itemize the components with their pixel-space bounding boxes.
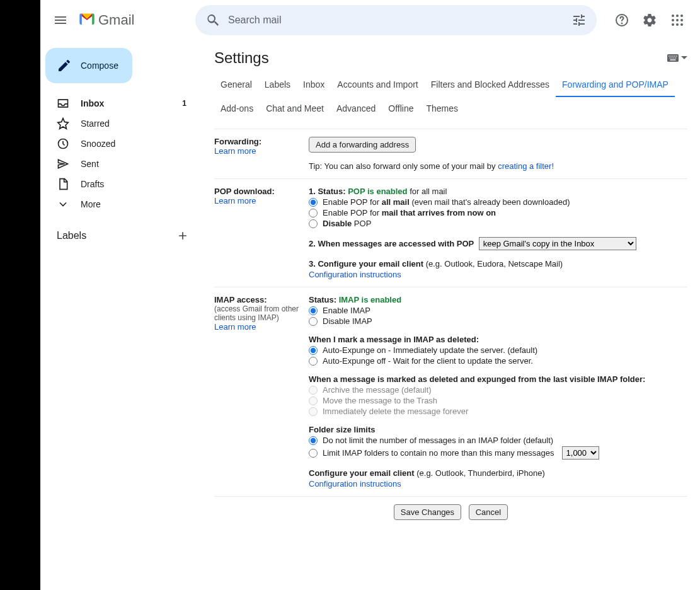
folder-limit-select[interactable]: 1,000 bbox=[562, 446, 599, 460]
compose-label: Compose bbox=[81, 61, 118, 71]
svg-point-1 bbox=[622, 23, 623, 24]
tab-forwarding-pop-imap[interactable]: Forwarding and POP/IMAP bbox=[556, 73, 675, 97]
plus-icon bbox=[176, 229, 189, 242]
settings-button[interactable] bbox=[637, 8, 662, 33]
auto-expunge-off-option[interactable]: Auto-Expunge off - Wait for the client t… bbox=[309, 356, 687, 366]
left-black-bar bbox=[0, 0, 40, 590]
imap-disable-radio[interactable] bbox=[309, 317, 318, 326]
pop-disable-radio[interactable] bbox=[309, 219, 318, 228]
pop-disable-option[interactable]: Disable POP bbox=[309, 219, 687, 228]
search-options-button[interactable] bbox=[566, 8, 592, 33]
tab-inbox[interactable]: Inbox bbox=[297, 73, 331, 97]
imap-config-instructions-link[interactable]: Configuration instructions bbox=[309, 479, 401, 489]
svg-point-6 bbox=[676, 19, 679, 21]
sidebar-item-label: Drafts bbox=[81, 179, 186, 189]
sidebar-item-starred[interactable]: Starred bbox=[40, 113, 194, 134]
search-input[interactable] bbox=[226, 14, 566, 26]
section-imap: IMAP access: (access Gmail from other cl… bbox=[214, 287, 687, 496]
svg-rect-15 bbox=[672, 55, 674, 57]
pop-learn-more-link[interactable]: Learn more bbox=[214, 196, 256, 205]
keyboard-icon bbox=[667, 54, 679, 62]
sidebar-item-label: Inbox bbox=[81, 98, 171, 108]
file-icon bbox=[57, 178, 69, 190]
tab-general[interactable]: General bbox=[214, 73, 258, 97]
tab-filters[interactable]: Filters and Blocked Addresses bbox=[425, 73, 556, 97]
inbox-count: 1 bbox=[182, 99, 186, 108]
add-forwarding-address-button[interactable]: Add a forwarding address bbox=[309, 137, 416, 153]
folder-limit-radio[interactable] bbox=[309, 449, 318, 458]
pop-enable-all-option[interactable]: Enable POP for all mail (even mail that'… bbox=[309, 197, 687, 207]
sidebar-item-inbox[interactable]: Inbox 1 bbox=[40, 93, 194, 113]
expunge-archive-radio bbox=[309, 386, 318, 395]
auto-expunge-off-radio[interactable] bbox=[309, 357, 318, 366]
tab-themes[interactable]: Themes bbox=[420, 97, 465, 121]
svg-rect-20 bbox=[674, 57, 675, 59]
compose-button[interactable]: Compose bbox=[45, 48, 132, 83]
svg-rect-12 bbox=[667, 54, 679, 62]
sidebar-item-snoozed[interactable]: Snoozed bbox=[40, 134, 194, 154]
svg-point-5 bbox=[672, 19, 674, 21]
auto-expunge-on-radio[interactable] bbox=[309, 346, 318, 355]
tab-addons[interactable]: Add-ons bbox=[214, 97, 260, 121]
sidebar-item-label: Starred bbox=[81, 119, 186, 129]
tab-chat-meet[interactable]: Chat and Meet bbox=[260, 97, 330, 121]
svg-point-3 bbox=[676, 14, 679, 17]
support-button[interactable] bbox=[609, 8, 634, 33]
pop-config-instructions-link[interactable]: Configuration instructions bbox=[309, 270, 401, 279]
input-tools-button[interactable] bbox=[667, 54, 687, 62]
imap-enable-option[interactable]: Enable IMAP bbox=[309, 306, 687, 315]
gear-icon bbox=[642, 13, 657, 28]
svg-point-4 bbox=[680, 14, 683, 17]
imap-disable-option[interactable]: Disable IMAP bbox=[309, 316, 687, 326]
imap-deleted-heading: When I mark a message in IMAP as deleted… bbox=[309, 335, 687, 344]
gmail-logo[interactable]: Gmail bbox=[76, 11, 189, 29]
pop-enable-all-radio[interactable] bbox=[309, 198, 318, 207]
save-changes-button[interactable]: Save Changes bbox=[394, 504, 461, 520]
folder-limit-option[interactable]: Limit IMAP folders to contain no more th… bbox=[309, 446, 687, 460]
sidebar-item-more[interactable]: More bbox=[40, 194, 194, 214]
settings-tabs-row1: General Labels Inbox Accounts and Import… bbox=[202, 73, 700, 97]
hamburger-icon bbox=[53, 13, 68, 28]
pop-enable-new-radio[interactable] bbox=[309, 209, 318, 217]
cancel-button[interactable]: Cancel bbox=[469, 504, 508, 520]
sidebar-item-sent[interactable]: Sent bbox=[40, 154, 194, 174]
imap-enable-radio[interactable] bbox=[309, 306, 318, 315]
auto-expunge-on-option[interactable]: Auto-Expunge on - Immediately update the… bbox=[309, 345, 687, 355]
pop-enable-new-option[interactable]: Enable POP for mail that arrives from no… bbox=[309, 208, 687, 217]
folder-no-limit-radio[interactable] bbox=[309, 436, 318, 445]
main-menu-button[interactable] bbox=[45, 5, 76, 35]
svg-point-10 bbox=[680, 23, 683, 26]
header: Gmail bbox=[40, 0, 700, 40]
star-icon bbox=[57, 117, 69, 130]
imap-learn-more-link[interactable]: Learn more bbox=[214, 322, 256, 332]
svg-point-7 bbox=[680, 19, 683, 21]
dropdown-arrow-icon bbox=[681, 55, 687, 61]
folder-no-limit-option[interactable]: Do not limit the number of messages in a… bbox=[309, 436, 687, 445]
search-button[interactable] bbox=[200, 8, 226, 33]
sidebar-item-drafts[interactable]: Drafts bbox=[40, 174, 194, 194]
tab-advanced[interactable]: Advanced bbox=[330, 97, 382, 121]
pop-q2-heading: 2. When messages are accessed with POP k… bbox=[309, 237, 687, 250]
svg-rect-13 bbox=[668, 55, 670, 57]
expunge-trash-radio bbox=[309, 396, 318, 405]
tab-offline[interactable]: Offline bbox=[382, 97, 420, 121]
creating-filter-link[interactable]: creating a filter! bbox=[498, 161, 554, 171]
tab-labels[interactable]: Labels bbox=[258, 73, 297, 97]
imap-configure-heading: Configure your email client (e.g. Outloo… bbox=[309, 468, 687, 478]
search-bar[interactable] bbox=[195, 5, 597, 35]
pop-action-select[interactable]: keep Gmail's copy in the Inbox bbox=[479, 237, 636, 250]
send-icon bbox=[57, 158, 69, 170]
gmail-wordmark: Gmail bbox=[98, 12, 134, 28]
pop-heading: POP download: bbox=[214, 187, 304, 196]
forwarding-learn-more-link[interactable]: Learn more bbox=[214, 146, 256, 156]
add-label-button[interactable] bbox=[174, 227, 192, 245]
tab-accounts[interactable]: Accounts and Import bbox=[331, 73, 424, 97]
folder-limits-heading: Folder size limits bbox=[309, 425, 687, 434]
apps-button[interactable] bbox=[665, 8, 690, 33]
svg-rect-19 bbox=[672, 57, 673, 59]
svg-rect-22 bbox=[670, 59, 676, 61]
sidebar-item-label: Sent bbox=[81, 159, 186, 169]
labels-header: Labels bbox=[40, 224, 202, 247]
section-pop: POP download: Learn more 1. Status: POP … bbox=[214, 178, 687, 287]
page-title: Settings bbox=[214, 49, 269, 67]
